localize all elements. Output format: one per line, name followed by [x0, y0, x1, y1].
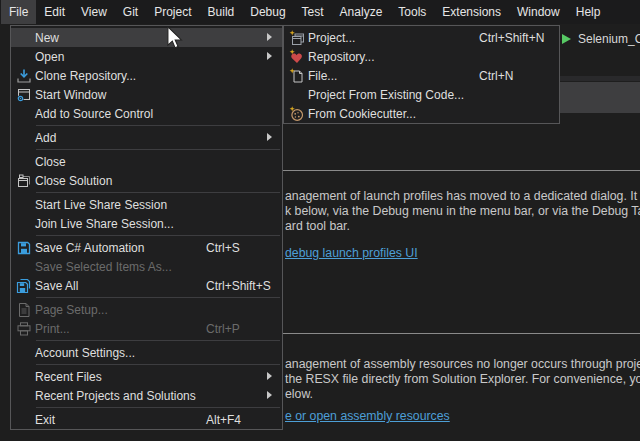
submenu-arrow-icon [267, 52, 272, 60]
menu-item-clone-repository[interactable]: Clone Repository... [11, 66, 282, 85]
submenu-item-repository[interactable]: Repository... [284, 47, 559, 66]
menu-item-label: Clone Repository... [35, 69, 136, 83]
menu-item-label: Project... [308, 31, 355, 45]
menu-item-print[interactable]: Print...Ctrl+P [11, 319, 282, 338]
menu-item-close-solution[interactable]: Close Solution [11, 171, 282, 190]
save-all-icon [16, 278, 32, 294]
menubar-item-view[interactable]: View [73, 0, 115, 24]
menu-item-add[interactable]: Add [11, 128, 282, 147]
doc-text-line: elow. [285, 387, 313, 402]
menu-item-page-setup[interactable]: Page Setup... [11, 300, 282, 319]
menu-item-recent-files[interactable]: Recent Files [11, 367, 282, 386]
menu-item-label: Repository... [308, 50, 374, 64]
menu-item-label: Save Selected Items As... [35, 260, 172, 274]
new-submenu: Project...Ctrl+Shift+NRepository...File.… [283, 25, 560, 124]
menubar-item-help[interactable]: Help [568, 0, 609, 24]
new-repository-icon [289, 49, 305, 65]
menu-item-save-c-automation[interactable]: Save C# AutomationCtrl+S [11, 238, 282, 257]
cookiecutter-icon [289, 106, 305, 122]
submenu-arrow-icon [267, 391, 272, 399]
menu-item-label: Start Window [35, 88, 106, 102]
submenu-arrow-icon [267, 33, 272, 41]
new-file-icon [289, 68, 305, 84]
menu-item-label: Exit [35, 413, 55, 427]
doc-text-line: ard tool bar. [285, 219, 350, 234]
close-solution-icon [16, 173, 32, 189]
menu-item-shortcut: Ctrl+P [206, 322, 240, 336]
menu-item-label: Save All [35, 279, 78, 293]
menu-item-label: Start Live Share Session [35, 198, 167, 212]
menu-bar: FileEditViewGitProjectBuildDebugTestAnal… [0, 0, 640, 24]
doc-text-line: k below, via the Debug menu in the menu … [285, 204, 640, 219]
doc-text-line: anagement of launch profiles has moved t… [285, 189, 640, 204]
menu-item-label: Account Settings... [35, 346, 135, 360]
menu-item-label: Add [35, 131, 56, 145]
menu-item-save-all[interactable]: Save AllCtrl+Shift+S [11, 276, 282, 295]
menu-item-shortcut: Ctrl+N [479, 69, 513, 83]
start-debug-target[interactable]: Selenium_C [562, 31, 640, 47]
menu-item-recent-projects-and-solutions[interactable]: Recent Projects and Solutions [11, 386, 282, 405]
submenu-arrow-icon [267, 372, 272, 380]
menu-item-label: From Cookiecutter... [308, 107, 416, 121]
menubar-item-analyze[interactable]: Analyze [332, 0, 391, 24]
menu-item-exit[interactable]: ExitAlt+F4 [11, 410, 282, 429]
section-divider [283, 333, 640, 334]
menu-item-account-settings[interactable]: Account Settings... [11, 343, 282, 362]
assembly-resources-link[interactable]: e or open assembly resources [285, 409, 450, 424]
menubar-item-edit[interactable]: Edit [36, 0, 73, 24]
menubar-item-file[interactable]: File [1, 0, 36, 24]
menu-item-label: Save C# Automation [35, 241, 144, 255]
menu-item-label: Open [35, 50, 64, 64]
menubar-item-window[interactable]: Window [509, 0, 568, 24]
menu-item-label: Add to Source Control [35, 107, 153, 121]
menu-item-label: Print... [35, 322, 70, 336]
submenu-item-file[interactable]: File...Ctrl+N [284, 66, 559, 85]
save-icon [16, 240, 32, 256]
menubar-item-project[interactable]: Project [146, 0, 199, 24]
document-header-band [556, 82, 640, 113]
submenu-item-project[interactable]: Project...Ctrl+Shift+N [284, 28, 559, 47]
menu-item-shortcut: Ctrl+S [206, 241, 240, 255]
menu-item-shortcut: Ctrl+Shift+S [206, 279, 271, 293]
submenu-item-from-cookiecutter[interactable]: From Cookiecutter... [284, 104, 559, 123]
print-icon [16, 321, 32, 337]
menu-item-new[interactable]: New [11, 28, 282, 47]
doc-text-line: anagement of assembly resources no longe… [285, 357, 640, 372]
section-divider [283, 170, 640, 171]
submenu-arrow-icon [267, 133, 272, 141]
menubar-item-test[interactable]: Test [294, 0, 332, 24]
menu-item-shortcut: Ctrl+Shift+N [479, 31, 544, 45]
menu-item-join-live-share-session[interactable]: Join Live Share Session... [11, 214, 282, 233]
menu-item-label: Project From Existing Code... [308, 88, 464, 102]
menu-item-label: Page Setup... [35, 303, 108, 317]
mouse-cursor [167, 26, 184, 55]
menu-item-open[interactable]: Open [11, 47, 282, 66]
menu-item-start-window[interactable]: Start Window [11, 85, 282, 104]
menu-item-save-selected-items-as[interactable]: Save Selected Items As... [11, 257, 282, 276]
doc-text-line: the RESX file directly from Solution Exp… [285, 372, 640, 387]
page-setup-icon [16, 302, 32, 318]
file-menu-dropdown: NewOpenClone Repository...Start WindowAd… [10, 25, 283, 430]
menu-item-label: File... [308, 69, 337, 83]
menubar-item-git[interactable]: Git [115, 0, 146, 24]
menubar-item-extensions[interactable]: Extensions [434, 0, 509, 24]
menu-item-label: Join Live Share Session... [35, 217, 174, 231]
menu-item-start-live-share-session[interactable]: Start Live Share Session [11, 195, 282, 214]
new-project-icon [289, 30, 305, 46]
menu-item-label: Recent Files [35, 370, 102, 384]
menu-item-close[interactable]: Close [11, 152, 282, 171]
menubar-item-tools[interactable]: Tools [390, 0, 434, 24]
menu-item-label: Close [35, 155, 66, 169]
run-target-label: Selenium_C [578, 32, 640, 46]
document-header-shadow [556, 76, 640, 81]
menu-item-shortcut: Alt+F4 [206, 413, 241, 427]
menubar-item-build[interactable]: Build [200, 0, 243, 24]
play-icon [562, 34, 571, 44]
submenu-item-project-from-existing-code[interactable]: Project From Existing Code... [284, 85, 559, 104]
menu-item-add-to-source-control[interactable]: Add to Source Control [11, 104, 282, 123]
menubar-item-debug[interactable]: Debug [242, 0, 293, 24]
menu-item-label: Recent Projects and Solutions [35, 389, 196, 403]
menu-item-label: Close Solution [35, 174, 112, 188]
debug-launch-profiles-link[interactable]: debug launch profiles UI [285, 246, 418, 261]
clone-repository-icon [16, 68, 32, 84]
